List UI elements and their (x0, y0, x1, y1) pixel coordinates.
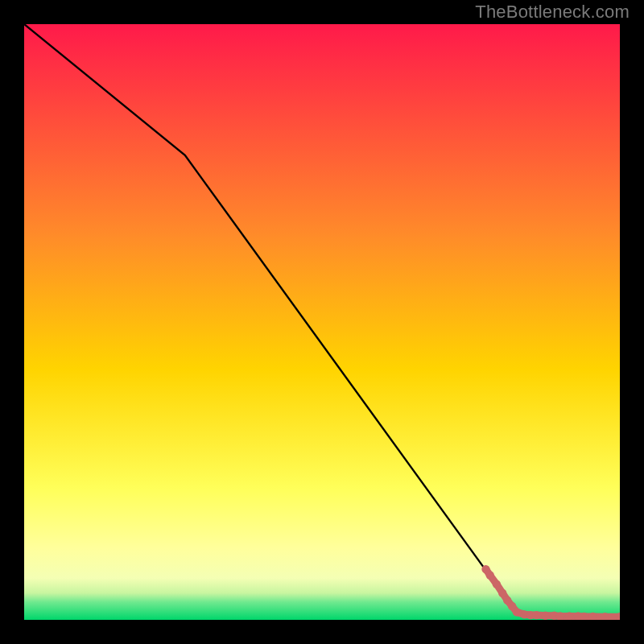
highlight-point (498, 589, 506, 597)
chart-svg (24, 24, 620, 620)
chart-frame: TheBottleneck.com (0, 0, 644, 644)
highlight-point (485, 571, 493, 579)
watermark-text: TheBottleneck.com (475, 2, 630, 23)
chart-plot (24, 24, 620, 620)
chart-background (24, 24, 620, 620)
highlight-point (493, 580, 501, 588)
highlight-point (541, 612, 549, 620)
highlight-point (532, 611, 540, 619)
highlight-point (513, 608, 521, 616)
